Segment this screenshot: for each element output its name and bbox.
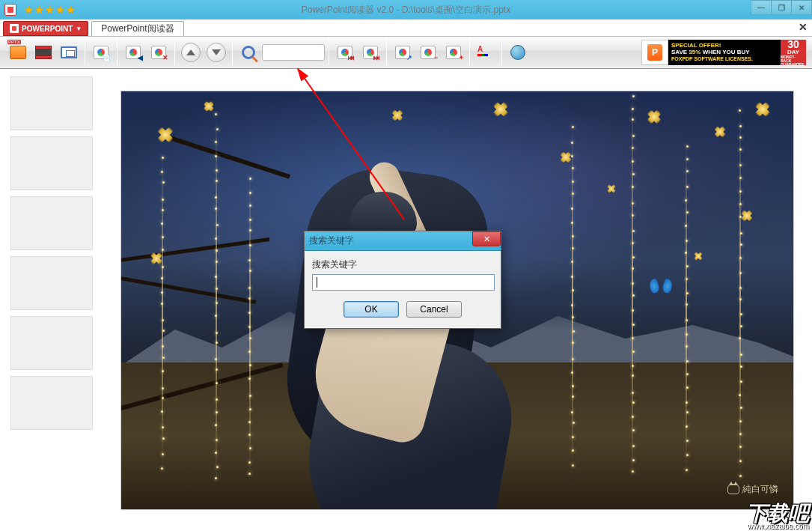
print-button[interactable] [31,40,55,64]
close-tab-button[interactable]: ✕ [799,21,808,33]
maximize-button[interactable]: ❐ [771,0,792,15]
print-icon [35,46,52,59]
slide-thumbnail[interactable] [10,196,93,250]
slideshow-icon [61,46,77,58]
promo-text: SPECIAL OFFER! SAVE 35% WHEN YOU BUY FOX… [668,40,781,65]
tab-label: PowerPoint阅读器 [101,22,174,35]
app-menu-label: POWERPOINT [22,25,73,33]
document-tab[interactable]: PowerPoint阅读器 [91,21,183,36]
slide-signature: 純白可憐 [727,483,778,496]
search-icon [242,46,255,59]
tab-strip: POWERPOINT ▼ PowerPoint阅读器 ✕ [0,19,812,36]
toolbar: 📄 ◀ ✕ ⏮ ⏭ ↗ − + A P SPECIAL OFFER! SAVE … [0,36,812,69]
slide-last-icon: ⏭ [363,46,378,59]
open-file-icon [10,46,26,59]
slide-remove-button[interactable]: − [416,40,440,64]
separator [329,40,329,65]
separator [174,40,175,65]
close-slide-button[interactable]: ✕ [147,40,171,64]
site-watermark: 下载吧 www.xiazaiba.com [746,504,809,530]
slide-thumbnail[interactable] [10,76,93,130]
dialog-close-button[interactable]: ✕ [472,231,501,246]
dialog-label: 搜索关键字 [312,258,493,271]
ok-button[interactable]: OK [344,301,399,318]
star-icon: ★ [45,4,55,16]
separator [85,40,85,65]
promo-badge: 30 DAY MONEY-BACK GUARANTEE [781,40,806,65]
search-keyword-input[interactable] [312,274,495,291]
slide-thumbnail[interactable] [10,256,93,310]
search-input[interactable] [262,44,325,61]
window-title: PowerPoint阅读器 v2.0 - D:\tools\桌面\空白演示.pp… [0,4,812,16]
dialog-title: 搜索关键字 [309,234,354,247]
slide-thumbnail[interactable] [10,136,93,190]
promo-icon: P [641,40,668,65]
slide-goto-icon: ↗ [395,46,410,59]
slide-prev-icon: ◀ [126,46,141,59]
promo-banner[interactable]: P SPECIAL OFFER! SAVE 35% WHEN YOU BUY F… [641,40,806,65]
first-slide-button[interactable]: ⏮ [333,40,357,64]
separator [469,40,470,65]
last-slide-button[interactable]: ⏭ [358,40,382,64]
app-menu-button[interactable]: POWERPOINT ▼ [3,21,88,36]
slideshow-button[interactable] [57,40,81,64]
slide-add-icon: + [446,46,461,59]
slide-csv-icon: 📄 [94,46,109,59]
language-button[interactable]: A [474,40,498,64]
star-icon: ★ [24,4,34,16]
cancel-button[interactable]: Cancel [406,301,462,318]
star-icon: ★ [66,4,76,16]
separator [386,40,387,65]
separator [232,40,233,65]
search-dialog: 搜索关键字 ✕ 搜索关键字 OK Cancel [304,231,501,329]
butterfly-icon [650,279,672,297]
globe-icon [510,45,525,60]
star-icon: ★ [55,4,65,16]
arrow-up-icon [181,43,201,62]
separator [117,40,117,65]
thumbnail-panel [0,69,103,531]
promo-line3: FOXPDF SOFTWARE LICENSES. [671,56,778,62]
open-file-button[interactable] [6,40,30,64]
search-button[interactable] [236,40,260,64]
export-csv-button[interactable]: 📄 [89,40,113,64]
slide-thumbnail[interactable] [10,316,93,370]
powerpoint-icon [10,24,19,33]
slide-remove-icon: − [421,46,436,59]
slide-thumbnail[interactable] [10,376,93,430]
separator [501,40,502,65]
language-icon: A [477,45,494,60]
rating-stars: ★ ★ ★ ★ ★ [24,4,76,16]
page-up-button[interactable] [179,40,203,64]
slide-add-button[interactable]: + [442,40,465,64]
prev-slide-config-button[interactable]: ◀ [121,40,145,64]
dialog-titlebar[interactable]: 搜索关键字 ✕ [305,231,501,251]
titlebar: ★ ★ ★ ★ ★ PowerPoint阅读器 v2.0 - D:\tools\… [0,0,812,19]
chevron-down-icon: ▼ [76,25,82,32]
minimize-button[interactable]: — [751,0,772,15]
close-button[interactable]: ✕ [791,0,812,15]
arrow-down-icon [207,43,226,62]
app-icon [4,4,16,16]
web-button[interactable] [506,40,530,64]
star-icon: ★ [34,4,44,16]
window-controls: — ❐ ✕ [751,0,812,15]
slide-first-icon: ⏮ [338,46,352,59]
slide-close-icon: ✕ [151,46,166,59]
page-down-button[interactable] [204,40,228,64]
goto-slide-button[interactable]: ↗ [391,40,415,64]
